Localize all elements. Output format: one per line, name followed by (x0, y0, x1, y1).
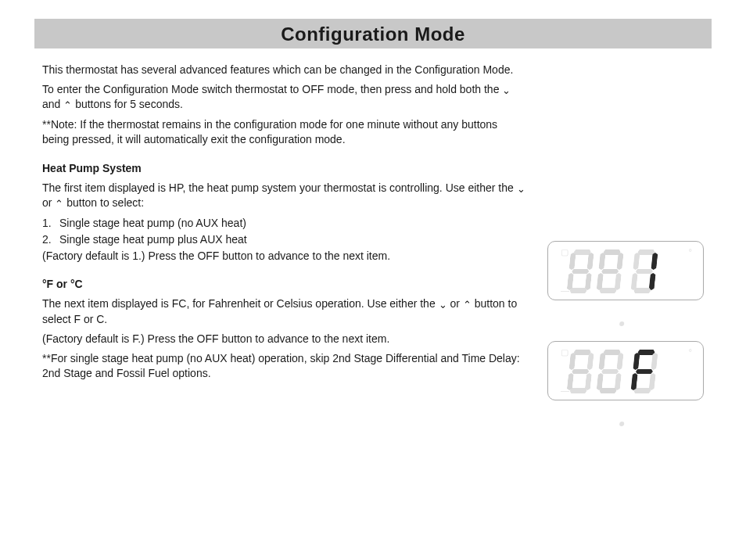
section-header: Configuration Mode (34, 19, 712, 48)
fc-lead: °F or °C (42, 278, 83, 290)
manual-page: Configuration Mode This thermostat has s… (0, 0, 746, 560)
chevron-down-icon: ⌄ (502, 84, 511, 98)
lcd-decimal (619, 321, 625, 326)
lcd-digit-2 (596, 249, 624, 293)
chevron-down-icon: ⌄ (439, 298, 447, 312)
lcd-display-hp: ▢ ° — (547, 241, 704, 300)
chevron-up-icon: ⌃ (463, 298, 472, 312)
lcd-display-fc: ▢ ° — (547, 341, 704, 400)
hp-options: 1.Single stage heat pump (no AUX heat) 2… (42, 216, 527, 247)
fc-line: The next item displayed is FC, for Fahre… (42, 296, 527, 326)
fc-section: °F or °C The next item displayed is FC, … (42, 277, 527, 346)
footnote-text: **For single stage heat pump (no AUX hea… (42, 351, 527, 381)
intro-text: This thermostat has several advanced fea… (42, 63, 527, 77)
battery-icon: ▢ (561, 346, 568, 358)
hp-lead: Heat Pump System (42, 162, 142, 174)
chevron-up-icon: ⌃ (63, 99, 72, 113)
enter-part2: and (42, 98, 63, 110)
hp-line: The first item displayed is HP, the heat… (42, 181, 527, 211)
hp-option-2: 2.Single stage heat pump plus AUX heat (42, 232, 527, 247)
battery-icon: ▢ (561, 246, 568, 258)
heat-pump-section: Heat Pump System The first item displaye… (42, 161, 527, 264)
body-copy: This thermostat has several advanced fea… (42, 63, 527, 385)
lcd-digit-3 (630, 350, 658, 393)
fc-tail: (Factory default is F.) Press the OFF bu… (42, 332, 527, 346)
lcd-digit-1 (566, 350, 594, 393)
config-timeout-note: **Note: If the thermostat remains in the… (42, 117, 527, 147)
page-title: Configuration Mode (34, 22, 712, 47)
hp-option-1: 1.Single stage heat pump (no AUX heat) (42, 216, 527, 231)
lcd-digit-3 (630, 249, 658, 293)
enter-part1: To enter the Configuration Mode switch t… (42, 83, 502, 95)
lcd-decimal (619, 422, 625, 426)
enter-instructions: To enter the Configuration Mode switch t… (42, 82, 527, 113)
hp-tail: (Factory default is 1.) Press the OFF bu… (42, 249, 527, 264)
lcd-digit-2 (596, 350, 624, 393)
degree-icon: ° (689, 246, 692, 258)
degree-icon: ° (689, 346, 692, 358)
enter-part3: buttons for 5 seconds. (75, 98, 183, 110)
chevron-down-icon: ⌄ (517, 182, 525, 196)
chevron-up-icon: ⌃ (55, 197, 63, 211)
lcd-digit-1 (566, 249, 594, 293)
